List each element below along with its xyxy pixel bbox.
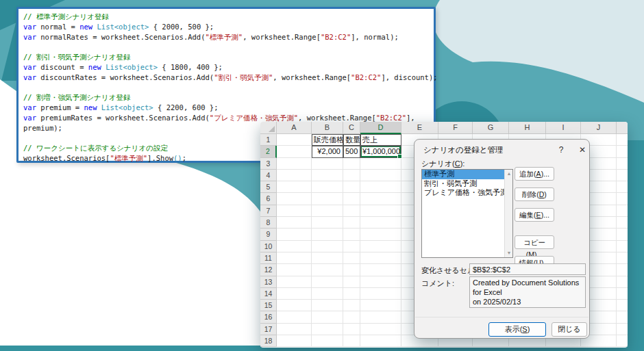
cell-A4[interactable] [277, 170, 312, 181]
help-icon[interactable]: ? [555, 144, 567, 156]
cell-C11[interactable] [343, 252, 360, 264]
cell-A3[interactable] [277, 158, 312, 170]
cell-A14[interactable] [277, 288, 312, 300]
row-header-15[interactable]: 15 [260, 300, 277, 311]
cell-D18[interactable] [360, 335, 401, 347]
changing-cells-field[interactable]: $B$2:$C$2 [469, 263, 586, 275]
row-header-3[interactable]: 3 [260, 158, 277, 170]
cell-D16[interactable] [360, 311, 401, 323]
row-header-5[interactable]: 5 [260, 181, 277, 193]
cell-D11[interactable] [360, 252, 401, 264]
scenario-list-scrollbar[interactable]: ▲ ▼ [504, 170, 512, 257]
column-header-B[interactable]: B [312, 122, 343, 134]
cell-C13[interactable] [343, 276, 360, 288]
show-button[interactable]: 表示(S) [488, 322, 546, 337]
cell-B7[interactable] [312, 205, 343, 217]
cell-A12[interactable] [277, 264, 312, 276]
cell-A5[interactable] [277, 181, 312, 193]
cell-C16[interactable] [343, 311, 360, 323]
cell-D8[interactable] [360, 217, 401, 229]
column-header-A[interactable]: A [277, 122, 312, 134]
cell-B3[interactable] [312, 158, 343, 170]
cell-C4[interactable] [343, 170, 360, 181]
add-button[interactable]: 追加(A)... [515, 167, 554, 181]
scenario-listbox[interactable]: 標準予測割引・弱気予測プレミア価格・強気予測 [421, 169, 513, 258]
column-header-F[interactable]: F [438, 122, 473, 134]
cell-B12[interactable] [312, 264, 343, 276]
cell-C15[interactable] [343, 300, 360, 311]
cell-D2[interactable]: ¥1,000,000 [360, 146, 401, 157]
copy-button[interactable]: コピー(M)... [515, 235, 554, 249]
cell-B11[interactable] [312, 252, 343, 264]
cell-D6[interactable] [360, 193, 401, 205]
column-header-C[interactable]: C [343, 122, 360, 134]
cell-D3[interactable] [360, 158, 401, 170]
cell-B2[interactable]: ¥2,000 [312, 146, 343, 157]
column-header-I[interactable]: I [546, 122, 581, 134]
row-header-9[interactable]: 9 [260, 229, 277, 240]
cell-A16[interactable] [277, 311, 312, 323]
row-header-11[interactable]: 11 [260, 252, 277, 264]
row-header-2[interactable]: 2 [260, 146, 277, 157]
cell-D5[interactable] [360, 181, 401, 193]
cell-B15[interactable] [312, 300, 343, 311]
cell-C8[interactable] [343, 217, 360, 229]
cell-B9[interactable] [312, 229, 343, 240]
scrollbar-down-icon[interactable]: ▼ [505, 249, 513, 257]
row-header-18[interactable]: 18 [260, 335, 277, 347]
comment-field[interactable]: Created by Document Solutions for Excel … [469, 276, 586, 308]
cell-B16[interactable] [312, 311, 343, 323]
delete-button[interactable]: 削除(D) [515, 187, 554, 201]
edit-button[interactable]: 編集(E)... [515, 208, 554, 222]
column-header-H[interactable]: H [509, 122, 546, 134]
cell-A6[interactable] [277, 193, 312, 205]
cell-D4[interactable] [360, 170, 401, 181]
row-header-17[interactable]: 17 [260, 324, 277, 335]
cell-B4[interactable] [312, 170, 343, 181]
scenario-list-item[interactable]: プレミア価格・強気予測 [422, 188, 512, 198]
cell-D15[interactable] [360, 300, 401, 311]
cell-C14[interactable] [343, 288, 360, 300]
cell-B17[interactable] [312, 324, 343, 335]
cell-A8[interactable] [277, 217, 312, 229]
cell-B10[interactable] [312, 241, 343, 252]
row-header-16[interactable]: 16 [260, 311, 277, 323]
row-header-4[interactable]: 4 [260, 170, 277, 181]
row-header-7[interactable]: 7 [260, 205, 277, 217]
cell-C6[interactable] [343, 193, 360, 205]
row-header-6[interactable]: 6 [260, 193, 277, 205]
close-icon[interactable]: ✕ [576, 144, 589, 156]
cell-B6[interactable] [312, 193, 343, 205]
scenario-list-item[interactable]: 標準予測 [422, 170, 512, 179]
cell-D17[interactable] [360, 324, 401, 335]
column-header-E[interactable]: E [401, 122, 438, 134]
cell-A1[interactable] [277, 134, 312, 146]
column-header-D[interactable]: D [360, 122, 401, 134]
cell-A10[interactable] [277, 241, 312, 252]
row-header-14[interactable]: 14 [260, 288, 277, 300]
cell-D7[interactable] [360, 205, 401, 217]
column-header-G[interactable]: G [473, 122, 509, 134]
row-header-10[interactable]: 10 [260, 241, 277, 252]
cell-C10[interactable] [343, 241, 360, 252]
cell-B5[interactable] [312, 181, 343, 193]
row-header-8[interactable]: 8 [260, 217, 277, 229]
row-header-1[interactable]: 1 [260, 134, 277, 146]
cell-B1[interactable]: 販売価格 [312, 134, 343, 146]
cell-C7[interactable] [343, 205, 360, 217]
select-all-corner[interactable] [260, 122, 277, 134]
cell-D1[interactable]: 売上 [360, 134, 401, 146]
cell-D12[interactable] [360, 264, 401, 276]
cell-D10[interactable] [360, 241, 401, 252]
cell-C9[interactable] [343, 229, 360, 240]
cell-C1[interactable]: 数量 [343, 134, 360, 146]
scrollbar-up-icon[interactable]: ▲ [505, 170, 513, 178]
cell-B8[interactable] [312, 217, 343, 229]
row-header-13[interactable]: 13 [260, 276, 277, 288]
cell-B13[interactable] [312, 276, 343, 288]
scenario-list-item[interactable]: 割引・弱気予測 [422, 179, 512, 189]
cell-D14[interactable] [360, 288, 401, 300]
cell-B18[interactable] [312, 335, 343, 347]
cell-D9[interactable] [360, 229, 401, 240]
cell-A17[interactable] [277, 324, 312, 335]
